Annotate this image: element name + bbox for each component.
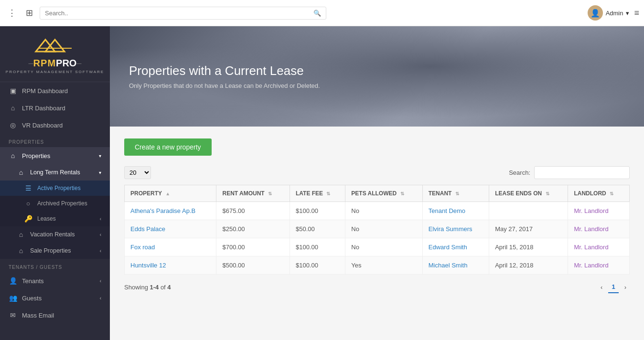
table-row: Athena's Paradise Ap.B $675.00 $100.00 N… [125,202,630,220]
admin-label: Admin [606,10,623,17]
cell-rent-1: $250.00 [216,220,290,238]
sidebar-item-ltr-dashboard[interactable]: ⌂ LTR Dashboard [0,99,110,117]
cell-property-2: Fox road [125,238,216,256]
sidebar-item-vacation-rentals[interactable]: ⌂ Vacation Rentals ‹ [0,226,110,243]
key-icon: 🔑 [24,215,32,223]
sidebar-item-tenants[interactable]: 👤 Tenants ‹ [0,272,110,289]
sale-icon: ⌂ [17,247,25,255]
landlord-link-2[interactable]: Mr. Landlord [574,244,608,251]
tenant-link-3[interactable]: Michael Smith [429,262,468,269]
sidebar-item-rpm-dashboard[interactable]: ▣ RPM Dashboard [0,82,110,99]
cell-pets-3: Yes [345,256,422,275]
guests-icon: 👥 [9,294,17,302]
table-header: PROPERTY ▲ RENT AMOUNT ⇅ LATE FEE ⇅ PETS… [125,185,630,202]
sort-tenant-icon: ⇅ [455,191,459,196]
table-row: Fox road $700.00 $100.00 No Edward Smith… [125,238,630,256]
leases-chevron: ‹ [100,216,101,222]
svg-marker-0 [36,40,55,52]
sidebar-sub2-ltr: ☰ Active Properties ○ Archived Propertie… [0,181,110,226]
vacation-chevron: ‹ [100,232,101,237]
cell-property-1: Edds Palace [125,220,216,238]
property-link-2[interactable]: Fox road [130,244,155,251]
sidebar-item-guests[interactable]: 👥 Guests ‹ [0,289,110,307]
cell-pets-1: No [345,220,422,238]
cell-late-fee-1: $50.00 [290,220,345,238]
pagination-area: Showing 1-4 of 4 ‹ 1 › [124,275,630,295]
sidebar-item-ltr[interactable]: ⌂ Long Term Rentals ▾ [0,164,110,181]
cell-pets-0: No [345,202,422,220]
cell-landlord-1: Mr. Landlord [568,220,630,238]
sidebar-item-vr-dashboard[interactable]: ◎ VR Dashboard [0,117,110,134]
col-landlord[interactable]: LANDLORD ⇅ [568,185,630,202]
sidebar: — RPM PRO — PROPERTY MANAGEMENT SOFTWARE… [0,26,110,340]
property-link-3[interactable]: Huntsville 12 [130,262,166,269]
sidebar-sub-properties: ⌂ Long Term Rentals ▾ ☰ Active Propertie… [0,164,110,259]
search-input[interactable] [45,10,313,17]
ltr-sub-icon: ⌂ [17,169,25,176]
cell-rent-3: $500.00 [216,256,290,275]
property-link-1[interactable]: Edds Palace [130,225,165,233]
table-search-input[interactable] [534,166,630,179]
grid-icon[interactable]: ⊞ [23,6,36,20]
next-page-button[interactable]: › [621,282,630,293]
create-property-button[interactable]: Create a new property [124,138,212,156]
vr-icon: ◎ [9,121,17,129]
col-tenant[interactable]: TENANT ⇅ [422,185,489,202]
col-property[interactable]: PROPERTY ▲ [125,185,216,202]
cell-landlord-2: Mr. Landlord [568,238,630,256]
showing-total: 4 [167,284,171,291]
logo-rpm: RPM [33,58,56,69]
cell-late-fee-0: $100.00 [290,202,345,220]
tenants-icon: 👤 [9,277,17,285]
logo-pro: PRO [56,58,76,69]
layout: — RPM PRO — PROPERTY MANAGEMENT SOFTWARE… [0,26,644,340]
dashboard-icon: ▣ [9,87,17,95]
topbar: ⋮ ⊞ 🔍 👤 Admin ▾ ≡ [0,0,644,26]
property-link-0[interactable]: Athena's Paradise Ap.B [130,207,195,214]
tenants-chevron: ‹ [100,278,101,284]
guests-chevron: ‹ [100,296,101,301]
col-rent-amount[interactable]: RENT AMOUNT ⇅ [216,185,290,202]
sidebar-item-properties[interactable]: ⌂ Properties ▾ [0,147,110,164]
tenant-link-0[interactable]: Tenant Demo [429,207,465,214]
hero-banner: Properties with a Current Lease Only Pro… [110,26,644,127]
admin-button[interactable]: 👤 Admin ▾ [588,5,630,21]
ltr-icon: ⌂ [9,104,17,112]
showing-text: Showing 1-4 of 4 [124,284,171,291]
tenants-label: Tenants [22,277,44,285]
logo-dashes [6,35,104,60]
list-icon: ☰ [24,184,32,192]
landlord-link-3[interactable]: Mr. Landlord [574,262,608,269]
prev-page-button[interactable]: ‹ [597,282,606,293]
hamburger-icon[interactable]: ≡ [634,8,639,18]
col-lease-ends[interactable]: LEASE ENDS ON ⇅ [489,185,568,202]
col-late-fee[interactable]: LATE FEE ⇅ [290,185,345,202]
landlord-link-1[interactable]: Mr. Landlord [574,225,608,233]
sidebar-item-active-properties[interactable]: ☰ Active Properties [0,181,110,196]
ltr-dashboard-label: LTR Dashboard [22,105,65,112]
page-1-button[interactable]: 1 [608,281,618,293]
table-search-area: Search: [509,166,630,179]
tenant-link-1[interactable]: Elvira Summers [429,225,472,233]
per-page-select[interactable]: 20 50 100 [124,166,151,179]
hero-subtitle: Only Properties that do not have a Lease… [129,82,625,89]
properties-section-label: PROPERTIES [0,134,110,147]
table-row: Edds Palace $250.00 $50.00 No Elvira Sum… [125,220,630,238]
sidebar-item-leases[interactable]: 🔑 Leases ‹ [0,211,110,226]
leases-label: Leases [37,215,56,222]
sidebar-item-archived-properties[interactable]: ○ Archived Properties [0,196,110,211]
sort-rent-icon: ⇅ [268,191,272,196]
menu-dots-icon[interactable]: ⋮ [5,6,19,20]
active-properties-label: Active Properties [37,185,81,191]
search-bar: 🔍 [40,7,326,20]
table-row: Huntsville 12 $500.00 $100.00 Yes Michae… [125,256,630,275]
landlord-link-0[interactable]: Mr. Landlord [574,207,608,214]
tenant-link-2[interactable]: Edward Smith [429,244,467,251]
logo-subtitle: PROPERTY MANAGEMENT SOFTWARE [6,70,104,74]
tenants-section-label: TENANTS / GUESTS [0,259,110,272]
col-pets-allowed[interactable]: PETS ALLOWED ⇅ [345,185,422,202]
sidebar-item-mass-email[interactable]: ✉ Mass Email [0,307,110,324]
archive-icon: ○ [24,200,32,207]
sidebar-item-sale-properties[interactable]: ⌂ Sale Properties ‹ [0,243,110,259]
cell-tenant-2: Edward Smith [422,238,489,256]
